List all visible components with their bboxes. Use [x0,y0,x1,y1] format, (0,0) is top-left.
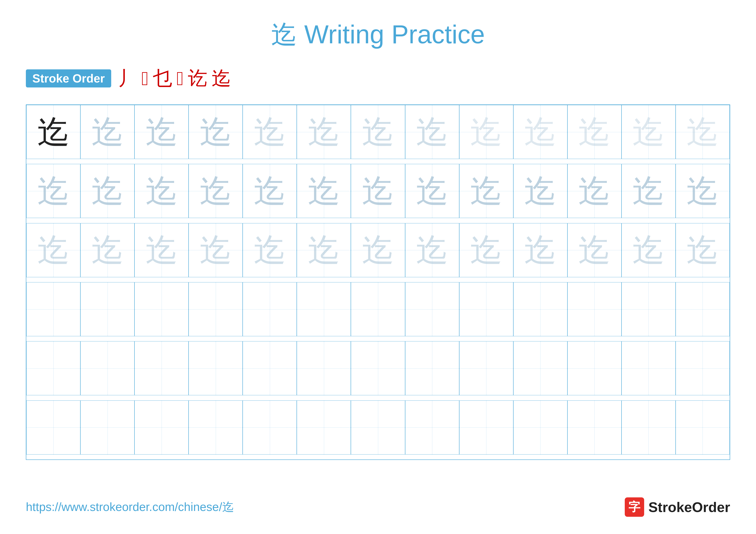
grid-cell[interactable] [405,341,459,395]
grid-cell[interactable]: 迄 [243,105,297,159]
grid-cell[interactable] [297,282,351,336]
grid-cell[interactable] [134,400,189,454]
stroke-sequence: 丿 𠃊 乜 𠃎 讫 迄 [118,65,231,91]
grid-cell[interactable]: 迄 [676,164,730,218]
grid-cell[interactable] [243,341,297,395]
grid-cell[interactable]: 迄 [80,105,134,159]
grid-cell[interactable]: 迄 [459,164,513,218]
grid-cell[interactable] [134,282,189,336]
practice-char: 迄 [146,175,178,207]
grid-cell[interactable] [351,282,405,336]
grid-cell[interactable] [80,400,134,454]
practice-char: 迄 [37,234,69,266]
grid-cell[interactable] [351,400,405,454]
grid-cell[interactable] [676,400,730,454]
grid-cell[interactable]: 迄 [676,223,730,277]
grid-cell[interactable]: 迄 [297,223,351,277]
grid-cell[interactable] [351,341,405,395]
grid-cell[interactable]: 迄 [459,105,513,159]
practice-char: 迄 [524,175,556,207]
grid-cell[interactable]: 迄 [513,105,567,159]
grid-cell[interactable]: 迄 [134,105,189,159]
practice-char: 迄 [200,234,232,266]
practice-char: 迄 [200,175,232,207]
stroke-step-2: 𠃊 [141,67,148,89]
grid-cell[interactable]: 迄 [26,164,80,218]
grid-cell[interactable] [297,400,351,454]
practice-char: 迄 [362,175,394,207]
practice-char: 迄 [470,116,502,148]
grid-cell[interactable] [459,282,513,336]
grid-cell[interactable]: 迄 [405,164,459,218]
grid-cell[interactable] [622,282,676,336]
grid-cell[interactable] [513,400,567,454]
practice-grid: 迄迄迄迄迄迄迄迄迄迄迄迄迄迄迄迄迄迄迄迄迄迄迄迄迄迄迄迄迄迄迄迄迄迄迄迄迄迄迄 [26,105,730,460]
grid-cell[interactable] [297,341,351,395]
grid-cell[interactable]: 迄 [622,164,676,218]
footer-url[interactable]: https://www.strokeorder.com/chinese/迄 [26,499,234,515]
grid-cell[interactable] [26,341,80,395]
grid-cell[interactable]: 迄 [26,105,80,159]
grid-cell[interactable]: 迄 [622,105,676,159]
grid-cell[interactable] [189,282,243,336]
practice-char: 迄 [92,234,124,266]
grid-cell[interactable]: 迄 [405,105,459,159]
grid-cell[interactable]: 迄 [676,105,730,159]
practice-char: 迄 [308,234,340,266]
grid-cell[interactable] [622,341,676,395]
grid-cell[interactable] [459,341,513,395]
grid-cell[interactable]: 迄 [351,105,405,159]
grid-cell[interactable] [622,400,676,454]
grid-cell[interactable] [676,341,730,395]
grid-cell[interactable]: 迄 [26,223,80,277]
grid-cell[interactable] [80,282,134,336]
grid-cell[interactable] [243,282,297,336]
grid-cell[interactable]: 迄 [567,164,622,218]
grid-cell[interactable]: 迄 [134,164,189,218]
practice-char: 迄 [632,234,664,266]
grid-cell[interactable]: 迄 [405,223,459,277]
grid-cell[interactable]: 迄 [567,105,622,159]
grid-cell[interactable] [513,282,567,336]
grid-cell[interactable]: 迄 [622,223,676,277]
practice-char: 迄 [416,175,448,207]
practice-char: 迄 [416,116,448,148]
grid-cell[interactable] [676,282,730,336]
grid-cell[interactable]: 迄 [189,105,243,159]
grid-cell[interactable]: 迄 [189,164,243,218]
grid-cell[interactable] [405,400,459,454]
grid-cell[interactable]: 迄 [243,223,297,277]
grid-cell[interactable]: 迄 [243,164,297,218]
grid-cell[interactable]: 迄 [80,223,134,277]
grid-cell[interactable] [134,341,189,395]
grid-cell[interactable] [189,400,243,454]
practice-char: 迄 [146,234,178,266]
grid-cell[interactable]: 迄 [297,105,351,159]
practice-char: 迄 [362,234,394,266]
grid-cell[interactable] [513,341,567,395]
grid-cell[interactable]: 迄 [80,164,134,218]
grid-cell[interactable] [405,282,459,336]
grid-cell[interactable] [567,400,622,454]
grid-cell[interactable]: 迄 [513,223,567,277]
grid-cell[interactable] [26,282,80,336]
grid-cell[interactable]: 迄 [297,164,351,218]
practice-char: 迄 [470,175,502,207]
practice-char: 迄 [37,116,69,148]
grid-cell[interactable]: 迄 [513,164,567,218]
grid-cell[interactable] [189,341,243,395]
grid-cell[interactable] [567,282,622,336]
grid-cell[interactable]: 迄 [351,164,405,218]
grid-cell[interactable]: 迄 [459,223,513,277]
grid-cell[interactable]: 迄 [134,223,189,277]
grid-cell[interactable] [459,400,513,454]
practice-char: 迄 [524,116,556,148]
grid-cell[interactable]: 迄 [189,223,243,277]
grid-cell[interactable] [26,400,80,454]
grid-cell[interactable] [243,400,297,454]
grid-cell[interactable] [80,341,134,395]
grid-cell[interactable]: 迄 [351,223,405,277]
grid-cell[interactable] [567,341,622,395]
grid-cell[interactable]: 迄 [567,223,622,277]
practice-char: 迄 [687,175,719,207]
